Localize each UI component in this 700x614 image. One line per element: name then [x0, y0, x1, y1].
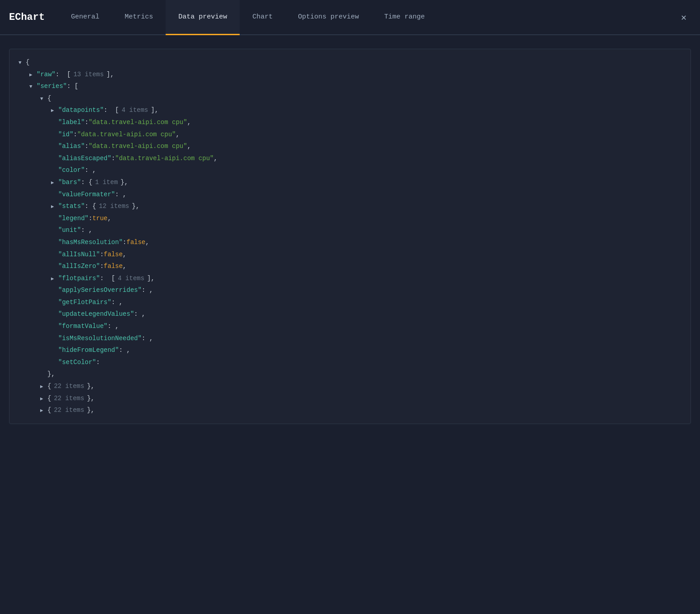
toggle-series-item0[interactable] [40, 94, 47, 104]
tab-general[interactable]: General [58, 0, 112, 35]
toggle-flotpairs[interactable] [51, 274, 58, 284]
json-id-line: "id" : "data.travel-aipi.com cpu" , [19, 129, 681, 141]
toggle-series-item1[interactable] [40, 382, 47, 392]
json-isMsResolutionNeeded-line: "isMsResolutionNeeded" : , [19, 332, 681, 345]
json-raw-line: "raw" : [ 13 items ], [19, 69, 681, 81]
json-allIsZero-line: "allIsZero" : false , [19, 260, 681, 272]
json-flotpairs-line: "flotpairs" : [ 4 items ], [19, 272, 681, 285]
header: EChart General Metrics Data preview Char… [0, 0, 700, 35]
tab-chart[interactable]: Chart [240, 0, 285, 35]
tab-options-preview[interactable]: Options preview [285, 0, 371, 35]
json-updateLegendValues-line: "updateLegendValues" : , [19, 308, 681, 320]
json-series-item3: { 22 items }, [19, 404, 681, 416]
json-stats-line: "stats" : { 12 items }, [19, 200, 681, 212]
json-alias-line: "alias" : "data.travel-aipi.com cpu" , [19, 140, 681, 152]
json-series-item0-open: { [19, 92, 681, 105]
json-setColor-line: "setColor" : [19, 356, 681, 369]
json-color-line: "color" : , [19, 164, 681, 176]
nav-tabs: General Metrics Data preview Chart Optio… [58, 0, 677, 34]
toggle-root[interactable] [19, 58, 26, 68]
toggle-raw[interactable] [29, 70, 37, 80]
close-button[interactable]: ✕ [677, 12, 691, 23]
json-root-open: { [19, 56, 681, 69]
json-viewer: { "raw" : [ 13 items ], "series" : [ { "… [9, 49, 691, 424]
json-series-item2: { 22 items }, [19, 392, 681, 405]
json-datapoints-line: "datapoints" : [ 4 items ], [19, 104, 681, 116]
json-series-line: "series" : [ [19, 80, 681, 92]
json-series-item1: { 22 items }, [19, 380, 681, 392]
json-getFlotPairs-line: "getFlotPairs" : , [19, 296, 681, 309]
json-series-item0-close: }, [19, 368, 681, 380]
json-unit-line: "unit" : , [19, 224, 681, 236]
main-content: { "raw" : [ 13 items ], "series" : [ { "… [0, 35, 700, 614]
toggle-stats[interactable] [51, 202, 58, 212]
json-label-line: "label" : "data.travel-aipi.com cpu" , [19, 116, 681, 129]
tab-time-range[interactable]: Time range [371, 0, 437, 35]
app-logo: EChart [9, 12, 45, 23]
json-bars-line: "bars" : { 1 item }, [19, 176, 681, 189]
json-valueFormater-line: "valueFormater" : , [19, 189, 681, 201]
tab-data-preview[interactable]: Data preview [166, 0, 240, 35]
json-applySeriesOverrides-line: "applySeriesOverrides" : , [19, 284, 681, 296]
json-hasMsResolution-line: "hasMsResolution" : false , [19, 236, 681, 249]
json-allIsNull-line: "allIsNull" : false , [19, 249, 681, 261]
json-hideFromLegend-line: "hideFromLegend" : , [19, 344, 681, 356]
toggle-series-item3[interactable] [40, 406, 47, 415]
json-legend-line: "legend" : true , [19, 212, 681, 225]
toggle-series[interactable] [29, 82, 37, 92]
json-aliasEscaped-line: "aliasEscaped" : "data.travel-aipi.com c… [19, 152, 681, 165]
toggle-series-item2[interactable] [40, 394, 47, 404]
toggle-bars[interactable] [51, 178, 58, 188]
tab-metrics[interactable]: Metrics [112, 0, 166, 35]
json-formatValue-line: "formatValue" : , [19, 320, 681, 332]
toggle-datapoints[interactable] [51, 106, 58, 115]
